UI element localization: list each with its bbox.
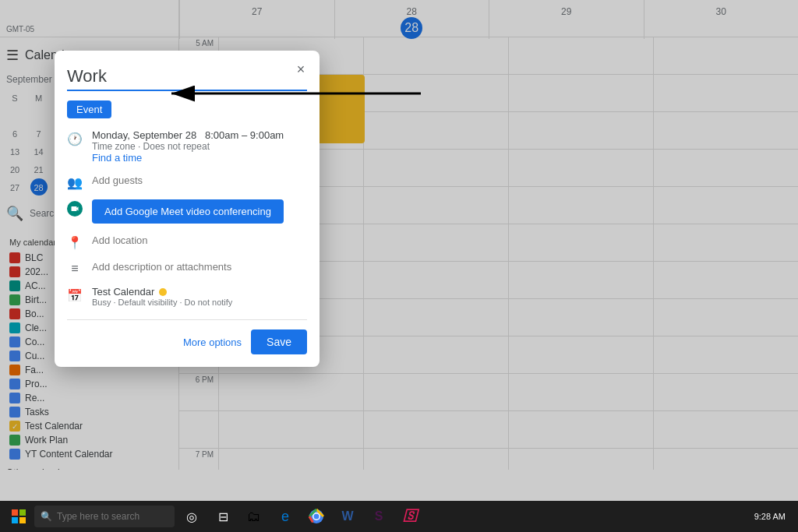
- calendar-content: Test Calendar Busy · Default visibility …: [92, 286, 307, 307]
- meet-content: Add Google Meet video conferencing: [92, 199, 307, 224]
- calendar-name-text: Test Calendar: [92, 286, 154, 298]
- svg-point-8: [314, 514, 320, 520]
- add-meet-button[interactable]: Add Google Meet video conferencing: [92, 199, 284, 224]
- calendar-color-dot: [159, 288, 167, 296]
- find-a-time-link[interactable]: Find a time: [92, 152, 307, 164]
- meet-row: Add Google Meet video conferencing: [67, 199, 307, 224]
- clock-icon: 🕐: [67, 131, 83, 146]
- calendar-row: 📅 Test Calendar Busy · Default visibilit…: [67, 286, 307, 307]
- location-icon: 📍: [67, 234, 83, 250]
- taskbar-app-icon[interactable]: 🅂: [397, 504, 422, 529]
- description-icon: ≡: [67, 261, 83, 277]
- location-content: [92, 233, 307, 247]
- add-location-input[interactable]: [92, 234, 307, 246]
- taskbar-search[interactable]: 🔍: [34, 506, 175, 527]
- selected-calendar-name[interactable]: Test Calendar: [92, 286, 307, 298]
- location-row: 📍: [67, 233, 307, 250]
- datetime-content: Monday, September 28 8:00am – 9:00am Tim…: [92, 129, 307, 164]
- more-options-button[interactable]: More options: [183, 336, 242, 348]
- taskbar-edge-icon[interactable]: e: [273, 504, 298, 529]
- taskbar-time: 9:28 AM: [754, 512, 786, 521]
- add-description-input[interactable]: [92, 261, 307, 273]
- add-guests-input[interactable]: [92, 174, 307, 186]
- svg-rect-4: [12, 517, 18, 523]
- guests-icon: 👥: [67, 174, 83, 190]
- taskbar-slack-icon[interactable]: S: [366, 504, 391, 529]
- meet-camera-icon: [67, 201, 83, 217]
- timezone-text: Time zone · Does not repeat: [92, 141, 307, 152]
- start-button[interactable]: [6, 504, 31, 529]
- description-row: ≡: [67, 259, 307, 277]
- dialog-footer: More options Save: [67, 319, 307, 354]
- svg-rect-3: [19, 509, 26, 516]
- time-range-text: 8:00am – 9:00am: [205, 129, 284, 141]
- taskbar-cortana-icon[interactable]: ◎: [179, 504, 204, 529]
- save-button[interactable]: Save: [251, 329, 307, 354]
- event-type-button[interactable]: Event: [67, 100, 111, 118]
- taskbar: 🔍 ◎ ⊟ 🗂 e W S 🅂 9:28 AM: [0, 501, 798, 532]
- datetime-text[interactable]: Monday, September 28 8:00am – 9:00am: [92, 129, 307, 141]
- taskbar-taskview-icon[interactable]: ⊟: [210, 504, 235, 529]
- calendar-selector: Test Calendar Busy · Default visibility …: [92, 286, 307, 307]
- create-event-dialog: × Event 🕐 Monday, September 28 8:00am – …: [55, 51, 320, 367]
- date-text: Monday, September 28: [92, 129, 196, 141]
- calendar-meta: Busy · Default visibility · Do not notif…: [92, 298, 307, 307]
- taskbar-search-icon: 🔍: [41, 511, 52, 522]
- event-title-input[interactable]: [67, 63, 307, 91]
- calendar-icon: 📅: [67, 287, 83, 303]
- guests-content: [92, 173, 307, 187]
- taskbar-chrome-icon[interactable]: [304, 504, 329, 529]
- taskbar-word-icon[interactable]: W: [335, 504, 360, 529]
- taskbar-systray: 9:28 AM: [754, 512, 792, 521]
- meet-icon: [67, 201, 83, 217]
- description-content: [92, 259, 307, 273]
- datetime-row: 🕐 Monday, September 28 8:00am – 9:00am T…: [67, 129, 307, 164]
- svg-rect-2: [12, 509, 18, 516]
- dialog-close-button[interactable]: ×: [290, 58, 312, 80]
- guests-row: 👥: [67, 173, 307, 190]
- taskbar-explorer-icon[interactable]: 🗂: [242, 504, 267, 529]
- svg-rect-5: [19, 517, 26, 523]
- taskbar-search-input[interactable]: [57, 511, 168, 522]
